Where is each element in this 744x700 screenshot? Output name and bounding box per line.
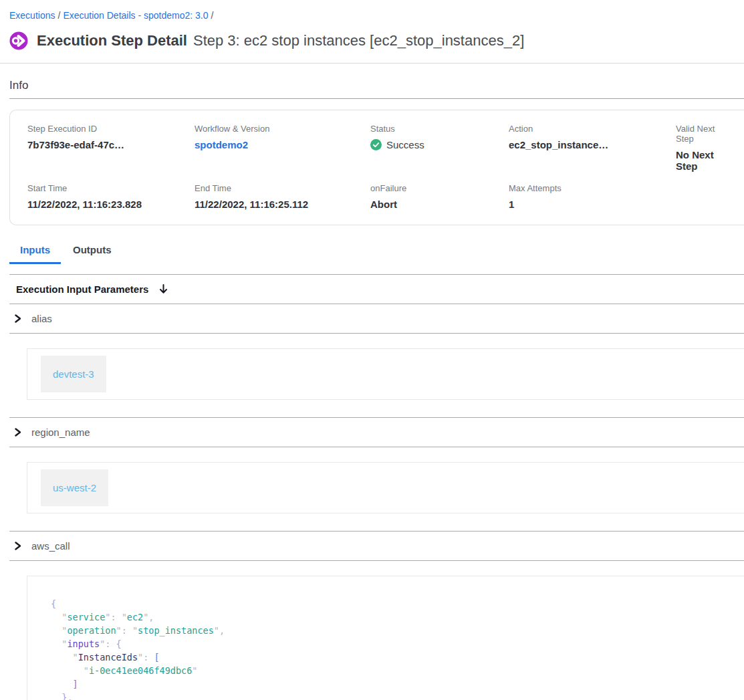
breadcrumb: Executions/Execution Details - spotdemo2… [0, 0, 744, 21]
chevron-right-icon [13, 427, 22, 437]
divider [9, 560, 744, 561]
field-value: 11/22/2022, 11:16:23.828 [27, 199, 195, 210]
tab-bar: Inputs Outputs [0, 240, 744, 264]
divider [9, 98, 744, 99]
tab-inputs[interactable]: Inputs [9, 240, 61, 264]
breadcrumb-separator: / [55, 10, 63, 21]
param-row-alias[interactable]: alias [0, 304, 744, 333]
field-action: Action ec2_stop_instance… [509, 124, 676, 172]
param-value-chip: us-west-2 [41, 469, 108, 506]
field-label: Status [370, 124, 509, 134]
field-label: Action [509, 124, 676, 134]
page-header: Execution Step Detail Step 3: ec2 stop i… [9, 31, 744, 50]
field-max-attempts: Max Attempts 1 [509, 183, 676, 210]
field-value: ec2_stop_instance… [509, 139, 676, 150]
param-name: region_name [31, 427, 90, 438]
field-workflow-version: Workflow & Version spotdemo2 [195, 124, 370, 172]
param-name: aws_call [31, 540, 70, 552]
param-name: alias [31, 313, 52, 324]
aws-call-code: { "service": "ec2", "operation": "stop_i… [51, 597, 744, 700]
field-valid-next-step: Valid Next Step No Next Step [676, 124, 727, 172]
status-badge: Success [370, 139, 509, 150]
param-row-aws-call[interactable]: aws_call [0, 532, 744, 560]
execution-input-parameters-header[interactable]: Execution Input Parameters [0, 275, 744, 304]
info-card: Step Execution ID 7b73f93e-edaf-47c… Wor… [9, 110, 744, 225]
field-start-time: Start Time 11/22/2022, 11:16:23.828 [27, 183, 195, 210]
breadcrumb-link-execution-details[interactable]: Execution Details - spotdemo2: 3.0 [63, 10, 208, 21]
field-value: 7b73f93e-edaf-47c… [27, 139, 195, 150]
field-value: No Next Step [676, 149, 727, 172]
field-onfailure: onFailure Abort [370, 183, 509, 210]
field-label: Step Execution ID [27, 124, 195, 134]
field-end-time: End Time 11/22/2022, 11:16:25.112 [195, 183, 370, 210]
page-subtitle: Step 3: ec2 stop instances [ec2_stop_ins… [193, 32, 524, 49]
workflow-logo-icon [9, 31, 28, 50]
chevron-right-icon [13, 541, 22, 551]
breadcrumb-link-executions[interactable]: Executions [9, 10, 55, 21]
field-status: Status Success [370, 124, 509, 172]
success-icon [370, 139, 382, 150]
param-value-panel-alias: devtest-3 [27, 348, 744, 400]
param-value-panel-region-name: us-west-2 [27, 462, 744, 513]
page-title: Execution Step Detail [37, 32, 187, 49]
field-label: Start Time [27, 183, 195, 193]
breadcrumb-separator: / [209, 10, 217, 21]
chevron-right-icon [13, 314, 22, 324]
divider [9, 333, 744, 334]
workflow-link[interactable]: spotdemo2 [195, 139, 370, 150]
param-value-chip: devtest-3 [41, 356, 106, 392]
field-value: 1 [509, 199, 676, 210]
field-value: 11/22/2022, 11:16:25.112 [195, 199, 370, 210]
field-label: Workflow & Version [195, 124, 370, 134]
section-title: Execution Input Parameters [16, 283, 148, 295]
field-label: End Time [195, 183, 370, 193]
divider [0, 63, 744, 64]
tab-outputs[interactable]: Outputs [62, 240, 122, 264]
info-section-title: Info [9, 79, 744, 92]
divider [9, 447, 744, 447]
field-label: onFailure [370, 183, 509, 193]
status-text: Success [386, 139, 424, 150]
field-value: Abort [370, 199, 509, 210]
arrow-down-icon [158, 283, 168, 295]
param-value-panel-aws-call: { "service": "ec2", "operation": "stop_i… [27, 576, 744, 700]
field-label: Valid Next Step [676, 124, 727, 144]
field-step-execution-id: Step Execution ID 7b73f93e-edaf-47c… [27, 124, 195, 172]
param-row-region-name[interactable]: region_name [0, 418, 744, 447]
field-label: Max Attempts [509, 183, 676, 193]
